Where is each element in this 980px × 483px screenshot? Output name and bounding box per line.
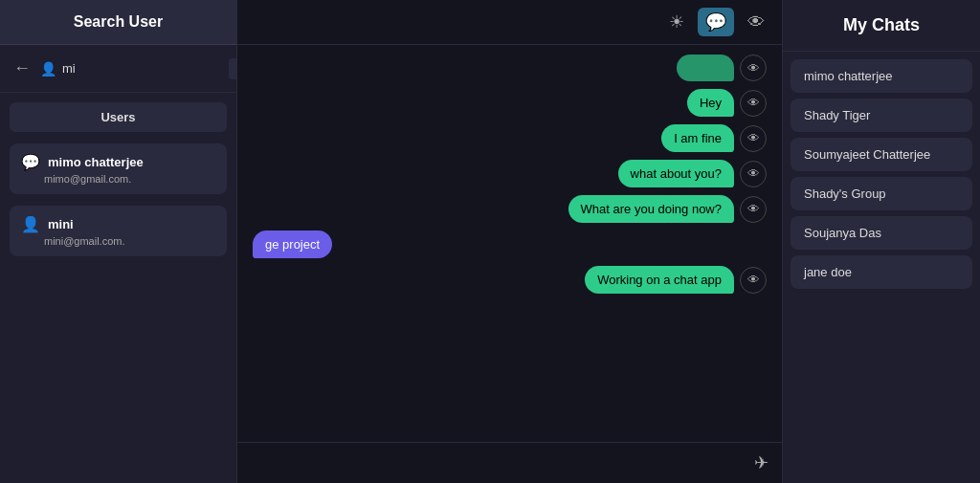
eye-btn-about[interactable]: 👁 <box>740 161 767 187</box>
msg-bubble-project: ge project <box>253 231 332 258</box>
msg-bubble-doing: What are you doing now? <box>568 195 734 223</box>
chat-item-shadys-group[interactable]: Shady's Group <box>791 177 972 210</box>
msg-row-hey: Hey 👁 <box>253 89 767 117</box>
mimo-icon: 💬 <box>21 153 40 171</box>
eye-btn-partial[interactable]: 👁 <box>740 55 767 81</box>
msg-row-working: Working on a chat app 👁 <box>253 266 767 294</box>
mimo-email: mimo@gmail.com. <box>21 173 215 185</box>
chat-icon[interactable]: 💬 <box>698 8 734 36</box>
chat-item-mimo[interactable]: mimo chatterjee <box>791 59 972 93</box>
chat-item-jane[interactable]: jane doe <box>791 255 972 289</box>
my-chats-header: My Chats <box>783 0 980 52</box>
msg-bubble-fine: I am fine <box>661 124 734 152</box>
mini-icon: 👤 <box>21 215 40 233</box>
user-search-icon: 👤 <box>40 61 56 77</box>
chat-item-shady-tiger[interactable]: Shady Tiger <box>791 99 972 132</box>
eye-btn-fine[interactable]: 👁 <box>740 125 767 152</box>
send-icon[interactable]: ✈ <box>754 452 768 473</box>
eye-btn-hey[interactable]: 👁 <box>740 90 767 117</box>
search-input[interactable] <box>62 61 223 76</box>
chat-input-bar: ✈ <box>237 442 782 483</box>
msg-row-doing: What are you doing now? 👁 <box>253 195 767 223</box>
mini-email: mini@gmail.com. <box>21 235 215 247</box>
search-header: Search User <box>0 0 236 45</box>
eye-btn-working[interactable]: 👁 <box>740 267 767 294</box>
brightness-icon[interactable]: ☀ <box>665 8 688 36</box>
users-label: Users <box>10 102 227 132</box>
msg-bubble-working: Working on a chat app <box>585 266 734 294</box>
msg-bubble-about: what about you? <box>618 160 734 187</box>
mimo-name: mimo chatterjee <box>48 155 144 169</box>
my-chats-title: My Chats <box>843 15 920 34</box>
chat-messages: 👁 Hey 👁 I am fine 👁 what about you? 👁 Wh… <box>237 45 782 442</box>
search-input-row: ← 👤 Go <box>0 45 236 93</box>
mini-name: mini <box>48 217 74 231</box>
eye-btn-doing[interactable]: 👁 <box>740 196 767 223</box>
chat-toolbar: ☀ 💬 👁 <box>237 0 782 45</box>
chat-panel: ☀ 💬 👁 👁 Hey 👁 I am fine 👁 what about you… <box>237 0 782 483</box>
msg-row-fine: I am fine 👁 <box>253 124 767 152</box>
msg-row-about: what about you? 👁 <box>253 160 767 187</box>
msg-bubble-hey: Hey <box>687 89 734 117</box>
left-panel: Search User ← 👤 Go Users 💬 mimo chatterj… <box>0 0 237 483</box>
msg-row-project: ge project <box>253 231 767 258</box>
chat-item-soujanya[interactable]: Soujanya Das <box>791 216 972 250</box>
user-card-mini[interactable]: 👤 mini mini@gmail.com. <box>10 206 227 256</box>
right-panel: My Chats mimo chatterjee Shady Tiger Sou… <box>782 0 980 483</box>
user-name-row-mini: 👤 mini <box>21 215 215 233</box>
back-icon[interactable]: ← <box>10 55 34 82</box>
msg-bubble-partial <box>677 55 734 81</box>
chat-item-soumyajeet[interactable]: Soumyajeet Chatterjee <box>791 138 972 171</box>
user-name-row-mimo: 💬 mimo chatterjee <box>21 153 215 171</box>
msg-row-partial: 👁 <box>253 55 767 81</box>
user-card-mimo[interactable]: 💬 mimo chatterjee mimo@gmail.com. <box>10 143 227 194</box>
chat-list: mimo chatterjee Shady Tiger Soumyajeet C… <box>783 52 980 296</box>
eye-toolbar-icon[interactable]: 👁 <box>744 9 768 36</box>
search-user-title: Search User <box>74 13 163 30</box>
